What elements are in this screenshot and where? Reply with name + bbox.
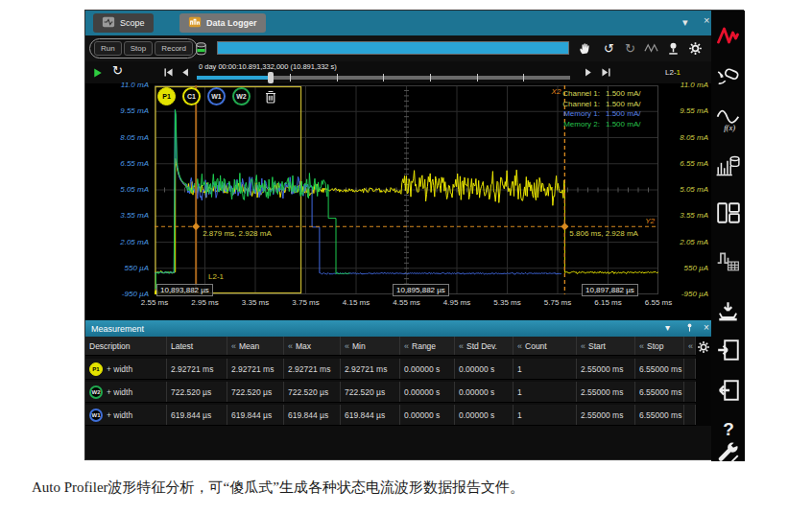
collapse-icon[interactable]: « (404, 341, 409, 351)
y-axis-label-right: 6.55 mA (662, 159, 708, 168)
collapse-icon[interactable]: « (517, 341, 522, 351)
column-header-label: Max (296, 341, 311, 351)
collapse-icon[interactable]: « (459, 341, 464, 351)
help-icon[interactable]: ? (715, 415, 741, 441)
probe-icon[interactable] (715, 64, 741, 90)
waveform-table-icon[interactable] (715, 247, 741, 273)
collapse-icon[interactable]: « (639, 341, 644, 351)
marker-button-w2[interactable]: W2 (232, 87, 251, 105)
column-header-label: Mean (239, 341, 259, 351)
panel-collapse-icon[interactable]: ▾ (665, 323, 670, 333)
repeat-icon[interactable]: ↻ (111, 64, 124, 77)
tab-scope[interactable]: Scope (93, 13, 154, 33)
measurement-cell: 2.55000 ms (577, 405, 635, 425)
collapse-icon[interactable]: « (688, 341, 693, 351)
collapse-icon[interactable]: « (581, 341, 585, 351)
run-button[interactable]: Run (94, 41, 122, 56)
measurement-settings-gear-icon[interactable] (696, 337, 711, 426)
legend-scale-value: 1.500 mA/ (606, 120, 656, 130)
measurement-row-p1[interactable]: P1+ width2.92721 ms2.92721 ms2.92721 ms2… (85, 359, 696, 380)
column-header-label: Description (89, 341, 131, 351)
column-header-count[interactable]: «Count (513, 337, 577, 355)
undo-icon[interactable]: ↺ (601, 40, 617, 57)
tools-icon[interactable] (715, 440, 741, 466)
close-icon[interactable]: × (704, 15, 709, 26)
measurement-cell: 619.844 µs (227, 405, 284, 425)
column-header-start[interactable]: «Start (577, 337, 635, 355)
timestamp-label: 10,897,882 µs (582, 284, 638, 296)
collapse-icon[interactable]: « (288, 341, 293, 351)
y-axis-label-right: -950 µA (662, 290, 708, 298)
measurement-cell: 2.92721 ms (227, 359, 284, 379)
measurement-cell: 2.92721 ms (167, 359, 227, 379)
pan-hand-icon[interactable] (577, 40, 593, 57)
column-header-max[interactable]: «Max (284, 337, 341, 355)
measurement-cell: 6.55000 ms (635, 405, 684, 425)
column-header-label: Range (412, 341, 436, 351)
measurement-cell: 0.00000 s (400, 382, 455, 402)
measurement-description-cell: W1+ width (85, 405, 167, 425)
y-axis-label-right: 3.55 mA (662, 211, 708, 220)
collapse-icon[interactable]: « (231, 341, 236, 351)
measurement-cell: 0.00000 s (455, 359, 513, 379)
timeline-slider[interactable] (197, 76, 570, 80)
play-icon[interactable] (91, 66, 104, 79)
measurement-cell: 619.844 µs (284, 405, 341, 425)
chevron-down-icon[interactable]: ▾ (682, 17, 688, 28)
keysight-logo-icon (715, 22, 741, 48)
skip-start-icon[interactable] (162, 66, 175, 79)
save-icon[interactable] (715, 298, 741, 324)
x-axis-label: 2.95 ms (180, 298, 230, 307)
column-header-min[interactable]: «Min (341, 337, 400, 355)
legend-channel-name: Channel 1: (527, 89, 600, 100)
histogram-data-icon[interactable] (715, 152, 741, 177)
y-axis-label-left: 2.05 mA (85, 238, 149, 246)
collapse-icon[interactable]: « (345, 341, 349, 351)
measurement-cell: 722.520 µs (341, 382, 400, 402)
redo-icon[interactable]: ↻ (622, 40, 638, 57)
measurement-row-w1[interactable]: W1+ width619.844 µs619.844 µs619.844 µs6… (85, 405, 696, 426)
timestamp-label: 10,895,882 µs (393, 284, 449, 296)
trash-icon[interactable] (262, 88, 278, 105)
column-header-end[interactable]: « (684, 337, 696, 355)
gear-icon[interactable] (687, 40, 704, 57)
column-header-range[interactable]: «Range (400, 337, 455, 355)
legend-entry[interactable]: Memory 2:1.500 mA/ (527, 120, 656, 130)
step-back-icon[interactable] (179, 66, 192, 79)
data-logger-icon (188, 15, 202, 31)
zoom-region-label: L2-1 (208, 272, 224, 281)
column-header-stop[interactable]: «Stop (635, 337, 684, 355)
panel-pin-icon[interactable] (684, 322, 695, 335)
record-button[interactable]: Record (155, 41, 193, 56)
function-waveform-icon[interactable]: f(x) (715, 106, 741, 132)
measurement-cell: 722.520 µs (227, 382, 284, 402)
legend-entry[interactable]: Memory 1:1.500 mA/ (527, 109, 656, 120)
column-header-description[interactable]: Description (85, 337, 167, 355)
legend-entry[interactable]: Channel 1:1.500 mA/ (527, 100, 656, 110)
column-header-mean[interactable]: «Mean (227, 337, 284, 355)
waveform-search-icon[interactable] (643, 40, 659, 57)
legend-entry[interactable]: Channel 1:1.500 mA/ (527, 89, 656, 100)
timeline-slider-handle[interactable] (268, 72, 274, 83)
channel-legend[interactable]: Channel 1:1.500 mA/Channel 1:1.500 mA/Me… (527, 89, 656, 129)
export-icon[interactable] (715, 377, 741, 403)
tab-data-logger[interactable]: Data Logger (179, 13, 266, 33)
stop-button[interactable]: Stop (124, 41, 153, 56)
marker-pin-icon[interactable] (665, 40, 681, 57)
record-buffer-icon (193, 40, 209, 57)
step-forward-icon[interactable] (582, 66, 594, 79)
marker-button-p1[interactable]: P1 (157, 87, 176, 105)
legend-scale-value: 1.500 mA/ (606, 100, 656, 110)
legend-channel-name: Memory 1: (527, 109, 600, 120)
window-layout-icon[interactable] (715, 199, 741, 225)
panel-close-icon[interactable]: × (704, 323, 709, 333)
y-axis-label-left: 550 µA (85, 264, 149, 272)
column-header-latest[interactable]: Latest (167, 337, 227, 355)
measurement-row-w2[interactable]: W2+ width722.520 µs722.520 µs722.520 µs7… (85, 382, 696, 403)
marker-button-c1[interactable]: C1 (182, 87, 201, 105)
measurement-cell: 2.92721 ms (341, 359, 400, 379)
marker-button-w1[interactable]: W1 (207, 87, 226, 105)
import-icon[interactable] (715, 337, 741, 362)
column-header-std-dev-[interactable]: «Std Dev. (455, 337, 513, 355)
skip-end-icon[interactable] (600, 66, 612, 79)
